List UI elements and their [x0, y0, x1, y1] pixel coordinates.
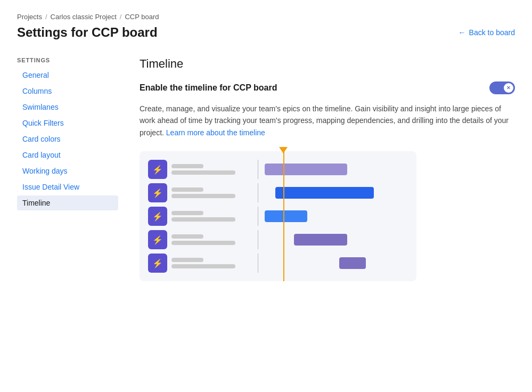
page-title: Settings for CCP board — [17, 25, 158, 40]
row-labels-2 — [171, 187, 251, 198]
enable-row: Enable the timeline for CCP board ✕ — [140, 81, 515, 94]
sidebar-item-columns[interactable]: Columns — [17, 84, 118, 99]
bolt-icon-3: ⚡ — [152, 211, 163, 222]
timeline-row-1: ⚡ — [148, 160, 408, 179]
gantt-bar-5 — [339, 257, 366, 269]
label-bar-short-4 — [171, 234, 203, 239]
breadcrumb-projects[interactable]: Projects — [17, 13, 42, 21]
gantt-bar-3 — [265, 210, 307, 222]
timeline-illustration: ⚡ ⚡ — [140, 151, 416, 281]
row-labels-4 — [171, 234, 251, 245]
toggle-circle: ✕ — [504, 83, 513, 93]
label-bar-short-2 — [171, 187, 203, 192]
sidebar-link-timeline[interactable]: Timeline — [17, 195, 118, 210]
sidebar-link-issue-detail[interactable]: Issue Detail View — [17, 179, 118, 194]
divider-1 — [258, 160, 258, 179]
sidebar-link-working-days[interactable]: Working days — [17, 164, 118, 178]
sidebar-link-general[interactable]: General — [17, 68, 118, 83]
breadcrumb-project[interactable]: Carlos classic Project — [51, 13, 117, 21]
toggle-x-icon: ✕ — [506, 85, 511, 91]
row-icon-1: ⚡ — [148, 160, 167, 179]
timeline-row-2: ⚡ — [148, 183, 408, 202]
row-icon-5: ⚡ — [148, 254, 167, 273]
sidebar-nav: General Columns Swimlanes Quick Filters … — [17, 68, 118, 210]
label-bar-long-3 — [171, 217, 235, 222]
row-labels-5 — [171, 258, 251, 268]
sidebar-item-card-layout[interactable]: Card layout — [17, 148, 118, 162]
sidebar: SETTINGS General Columns Swimlanes Quick… — [17, 57, 118, 281]
label-bar-long-2 — [171, 194, 235, 198]
sidebar-link-card-layout[interactable]: Card layout — [17, 148, 118, 162]
content-layout: SETTINGS General Columns Swimlanes Quick… — [17, 57, 515, 281]
section-title: Timeline — [140, 57, 515, 71]
timeline-row-5: ⚡ — [148, 254, 408, 273]
timeline-area-3 — [265, 207, 408, 226]
back-arrow-icon: ← — [459, 28, 466, 37]
divider-2 — [258, 183, 258, 202]
label-bar-short-3 — [171, 211, 203, 215]
sidebar-item-issue-detail[interactable]: Issue Detail View — [17, 179, 118, 194]
breadcrumb: Projects / Carlos classic Project / CCP … — [17, 13, 515, 21]
timeline-area-4 — [265, 230, 408, 249]
bolt-icon-4: ⚡ — [152, 235, 163, 245]
timeline-area-2 — [265, 183, 408, 202]
row-labels-3 — [171, 211, 251, 222]
timeline-area-1 — [265, 160, 408, 179]
row-icon-3: ⚡ — [148, 207, 167, 226]
divider-4 — [258, 230, 258, 249]
description-text: Create, manage, and visualize your team'… — [140, 103, 512, 138]
timeline-toggle[interactable]: ✕ — [489, 81, 515, 94]
breadcrumb-board[interactable]: CCP board — [125, 13, 159, 21]
timeline-rows: ⚡ ⚡ — [148, 160, 408, 273]
page-header: Settings for CCP board ← Back to board — [17, 25, 515, 40]
sidebar-section-label: SETTINGS — [17, 57, 118, 63]
row-labels-1 — [171, 164, 251, 175]
back-to-board-label: Back to board — [469, 28, 515, 37]
divider-3 — [258, 207, 258, 226]
gantt-bar-1 — [265, 164, 347, 175]
page-wrapper: Projects / Carlos classic Project / CCP … — [0, 0, 532, 392]
sidebar-item-working-days[interactable]: Working days — [17, 164, 118, 178]
bolt-icon-5: ⚡ — [152, 258, 163, 268]
row-icon-4: ⚡ — [148, 230, 167, 249]
label-bar-long-4 — [171, 241, 235, 245]
label-bar-long-1 — [171, 170, 235, 175]
sidebar-item-quick-filters[interactable]: Quick Filters — [17, 116, 118, 130]
divider-5 — [258, 254, 258, 273]
timeline-row-4: ⚡ — [148, 230, 408, 249]
sidebar-item-general[interactable]: General — [17, 68, 118, 83]
breadcrumb-sep-1: / — [45, 13, 47, 21]
bolt-icon-1: ⚡ — [152, 165, 163, 175]
timeline-row-3: ⚡ — [148, 207, 408, 226]
label-bar-long-5 — [171, 264, 235, 268]
bolt-icon-2: ⚡ — [152, 188, 163, 198]
sidebar-link-columns[interactable]: Columns — [17, 84, 118, 99]
gantt-bar-4 — [294, 234, 347, 246]
learn-more-link[interactable]: Learn more about the timeline — [166, 128, 265, 137]
sidebar-link-swimlanes[interactable]: Swimlanes — [17, 100, 118, 115]
label-bar-short-5 — [171, 258, 203, 262]
breadcrumb-sep-2: / — [120, 13, 122, 21]
sidebar-item-card-colors[interactable]: Card colors — [17, 132, 118, 146]
gantt-bar-2 — [275, 187, 374, 199]
sidebar-link-quick-filters[interactable]: Quick Filters — [17, 116, 118, 130]
main-content: Timeline Enable the timeline for CCP boa… — [140, 57, 515, 281]
timeline-area-5 — [265, 254, 408, 273]
enable-label: Enable the timeline for CCP board — [140, 83, 277, 93]
sidebar-item-swimlanes[interactable]: Swimlanes — [17, 100, 118, 115]
label-bar-short-1 — [171, 164, 203, 168]
sidebar-item-timeline[interactable]: Timeline — [17, 195, 118, 210]
back-to-board-link[interactable]: ← Back to board — [459, 28, 515, 37]
row-icon-2: ⚡ — [148, 183, 167, 202]
sidebar-link-card-colors[interactable]: Card colors — [17, 132, 118, 146]
